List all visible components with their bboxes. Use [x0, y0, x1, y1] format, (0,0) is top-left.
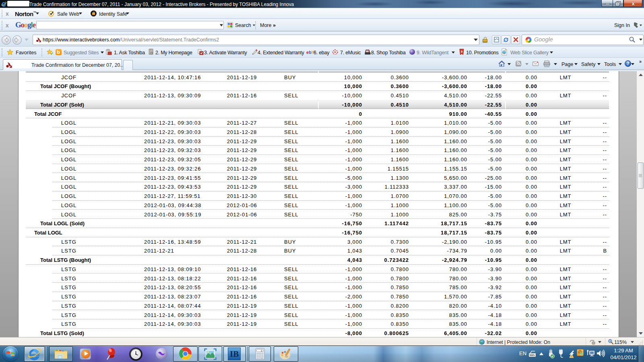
svg-text:0: 0 — [261, 350, 262, 352]
svg-text:5: 5 — [461, 50, 463, 53]
svg-text:!: ! — [573, 356, 574, 358]
